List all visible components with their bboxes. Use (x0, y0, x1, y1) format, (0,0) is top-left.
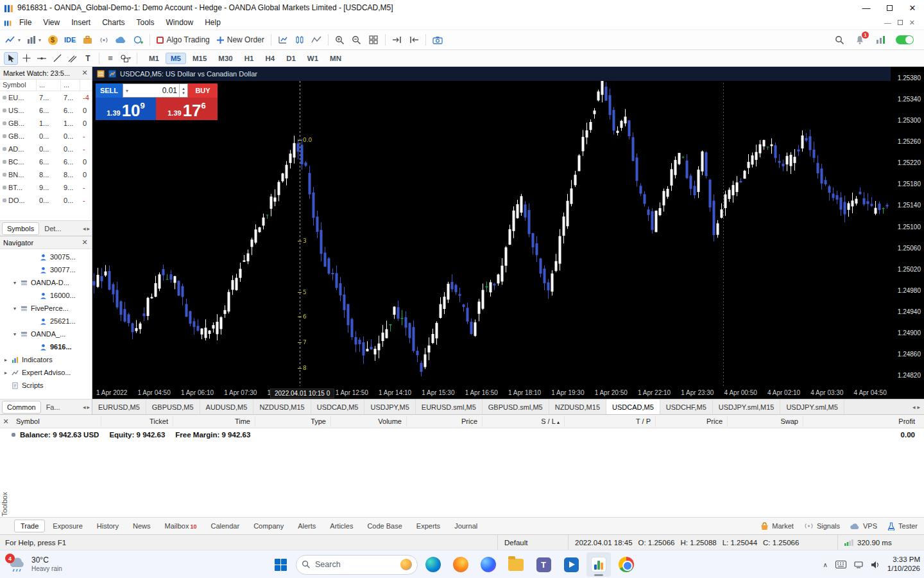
tray-chevron-icon[interactable]: ∧ (823, 561, 828, 568)
child-minimize-button[interactable]: — (884, 19, 891, 26)
market-watch-row[interactable]: BT...9...9...- (0, 181, 92, 194)
market-watch-row[interactable]: GB...0...0...- (0, 130, 92, 143)
timeframe-mn[interactable]: MN (325, 53, 346, 64)
chart-tab-nzdusdm15[interactable]: NZDUSD,M15 (549, 399, 606, 414)
zoom-out-button[interactable] (349, 32, 364, 48)
toolbox-column-price[interactable]: Price (656, 416, 728, 426)
chart-tab-usdjpysmlm15[interactable]: USDJPY.sml,M15 (713, 399, 781, 414)
chart-tab-usdjpym5[interactable]: USDJPY,M5 (364, 399, 415, 414)
taskbar-clock[interactable]: 3:33 PM 1/10/2026 (887, 556, 920, 574)
volume-spinner[interactable]: ▴▾ (179, 84, 187, 97)
market-watch-row[interactable]: US...6...6...0 (0, 104, 92, 117)
toolbox-tester-button[interactable]: Tester (887, 522, 918, 530)
cursor-tool-button[interactable] (4, 52, 18, 65)
toolbox-column-price[interactable]: Price (407, 416, 483, 426)
notifications-button[interactable]: 1 (852, 32, 868, 48)
chart-tab-eurusdsmlm5[interactable]: EURUSD.sml,M5 (416, 399, 483, 414)
sell-price[interactable]: 1.39 10 9 (96, 98, 156, 120)
scroll-left-icon[interactable]: ◂ (83, 225, 86, 232)
signal-source-button[interactable] (96, 32, 112, 48)
timeframe-m1[interactable]: M1 (144, 53, 164, 64)
chart-tab-eurusdm5[interactable]: EURUSD,M5 (92, 399, 146, 414)
buy-button[interactable]: BUY (188, 83, 218, 98)
navigator-tab-common[interactable]: Common (2, 401, 41, 414)
timeframe-h4[interactable]: H4 (260, 53, 280, 64)
taskbar-search[interactable]: Search (296, 555, 418, 575)
crosshair-tool-button[interactable] (19, 52, 33, 65)
chart-tab-usdcadm5[interactable]: USDCAD,M5 (311, 399, 365, 414)
toolbox-tab-experts[interactable]: Experts (410, 520, 447, 532)
sell-button[interactable]: SELL (96, 83, 123, 98)
timeframe-m15[interactable]: M15 (187, 53, 212, 64)
time-axis[interactable]: 1 Apr 20221 Apr 04:501 Apr 06:101 Apr 07… (92, 386, 891, 399)
speaker-icon[interactable] (871, 561, 880, 569)
toolbox-tab-articles[interactable]: Articles (323, 520, 359, 532)
toolbox-market-button[interactable]: Market (760, 522, 794, 530)
market-watch-row[interactable]: BC...6...6...0 (0, 155, 92, 168)
menu-tools[interactable]: Tools (131, 17, 160, 28)
toolbox-column-swap[interactable]: Swap (728, 416, 803, 426)
tree-chevron-icon[interactable]: ▸ (3, 370, 9, 376)
markets-button[interactable] (873, 32, 888, 48)
candles-display-button[interactable] (292, 32, 307, 48)
tree-chevron-icon[interactable]: ▸ (3, 357, 9, 363)
timeframe-d1[interactable]: D1 (281, 53, 301, 64)
chart-tab-gbpusdsmlm5[interactable]: GBPUSD.sml,M5 (483, 399, 549, 414)
taskbar-app-firefox[interactable] (449, 552, 473, 577)
chart-area[interactable]: USDCAD,M5: US Dollar vs Canadian Dollar … (92, 67, 924, 399)
toolbox-tab-journal[interactable]: Journal (448, 520, 484, 532)
toolbox-column-profit[interactable]: Profit (803, 416, 924, 426)
navigator-item-16000[interactable]: 16000... (0, 289, 92, 302)
toolbox-tab-mailbox[interactable]: Mailbox10 (158, 520, 203, 532)
weather-widget[interactable]: 4 30°C Heavy rain (5, 553, 66, 576)
tile-windows-button[interactable] (366, 32, 381, 48)
tree-chevron-icon[interactable]: ▾ (12, 331, 18, 337)
close-button[interactable]: ✕ (901, 0, 924, 15)
chart-tab-usdchfm5[interactable]: USDCHF,M5 (660, 399, 713, 414)
market-watch-column-header[interactable]: ... (61, 80, 80, 91)
taskbar-app-teams[interactable]: T (531, 552, 556, 577)
market-watch-row[interactable]: AD...0...0...- (0, 143, 92, 155)
menu-insert[interactable]: Insert (65, 17, 96, 28)
menu-view[interactable]: View (37, 17, 65, 28)
toolbox-column-symbol[interactable]: Symbol (12, 416, 101, 426)
volume-dropdown-icon[interactable]: ▾ (123, 88, 131, 94)
start-button[interactable] (268, 552, 293, 577)
toolbox-tab-codebase[interactable]: Code Base (361, 520, 408, 532)
toolbox-column-sl[interactable]: S / L ▴ (483, 416, 565, 426)
tree-chevron-icon[interactable]: ▾ (12, 280, 18, 286)
timeframe-m5[interactable]: M5 (166, 53, 186, 64)
navigator-item-oanda[interactable]: ▾OANDA_... (0, 328, 92, 340)
timeframe-w1[interactable]: W1 (302, 53, 323, 64)
toolbox-tab-exposure[interactable]: Exposure (46, 520, 89, 532)
timeframe-m30[interactable]: M30 (213, 53, 237, 64)
market-watch-row[interactable]: BN...8...8...0 (0, 168, 92, 181)
volume-input[interactable]: ▾ 0.01 ▴▾ (123, 83, 188, 98)
menu-charts[interactable]: Charts (96, 17, 130, 28)
chart-style-button[interactable]: ▾ (24, 32, 44, 48)
shift-end-button[interactable] (406, 32, 422, 48)
navigator-item-9616[interactable]: 9616... (0, 340, 92, 353)
quotes-button[interactable]: $ (45, 32, 60, 48)
zoom-in-button[interactable] (332, 32, 348, 48)
toolbox-tab-news[interactable]: News (126, 520, 157, 532)
scroll-right-icon[interactable]: ▸ (87, 404, 90, 410)
ide-button[interactable]: IDE (62, 32, 78, 48)
algo-trading-button[interactable]: Algo Trading (154, 32, 212, 48)
child-restore-button[interactable] (898, 20, 903, 25)
market-watch-row[interactable]: GB...1...1...0 (0, 117, 92, 130)
chart-tab-nzdusdm15[interactable]: NZDUSD,M15 (253, 399, 311, 414)
objects-list-button[interactable]: ≡ (103, 52, 117, 65)
toolbox-column-ticket[interactable]: Ticket (101, 416, 173, 426)
navigator-item-oandad[interactable]: ▾OANDA-D... (0, 276, 92, 289)
market-watch-close-icon[interactable]: ✕ (81, 69, 89, 77)
search-button[interactable] (832, 32, 847, 48)
zigzag-button[interactable] (309, 32, 324, 48)
navigator-item-scripts[interactable]: Scripts (0, 379, 92, 392)
market-watch-column-header[interactable]: Symbol (0, 80, 37, 91)
navigator-item-25621[interactable]: 25621... (0, 315, 92, 328)
toolbox-tab-company[interactable]: Company (247, 520, 290, 532)
taskbar-app-movies[interactable] (559, 552, 583, 577)
navigator-item-indicators[interactable]: ▸Indicators (0, 353, 92, 366)
taskbar-app-edge[interactable] (421, 552, 445, 577)
